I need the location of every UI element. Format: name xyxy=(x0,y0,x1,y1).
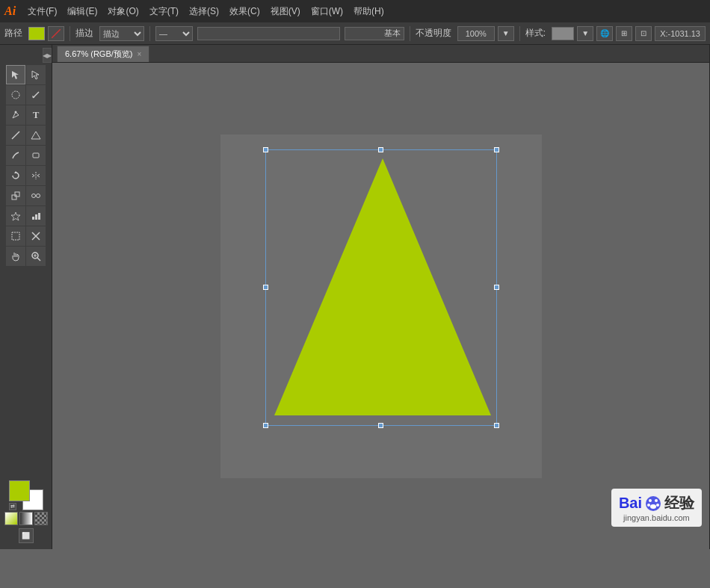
graph-tool-btn[interactable] xyxy=(26,206,46,226)
fill-none-btn[interactable] xyxy=(48,26,64,41)
baidu-watermark: Bai 经验 jingyan.baidu.com xyxy=(611,489,702,527)
handle-bot-left[interactable] xyxy=(263,423,268,428)
svg-point-4 xyxy=(15,111,17,114)
tool-row-5 xyxy=(6,146,46,165)
svg-point-1 xyxy=(12,91,19,99)
handle-bot-right[interactable] xyxy=(494,423,499,428)
fill-color-swatch[interactable] xyxy=(28,27,45,40)
foreground-color-swatch[interactable] xyxy=(9,480,30,501)
tool-row-7 xyxy=(6,186,46,205)
magic-wand-tool-btn[interactable] xyxy=(26,85,46,105)
transform-btn[interactable]: ⊡ xyxy=(635,26,652,41)
tab-bar: 6.67% (RGB/预览) × xyxy=(52,45,709,63)
panel-expand-btn[interactable]: ⬜ xyxy=(19,528,34,543)
eraser-tool-btn[interactable] xyxy=(26,146,46,165)
hand-tool-btn[interactable] xyxy=(6,247,25,266)
svg-marker-25 xyxy=(274,158,491,415)
stroke-select[interactable]: 描边 xyxy=(99,26,144,41)
title-bar: Ai 文件(F) 编辑(E) 对象(O) 文字(T) 选择(S) 效果(C) 视… xyxy=(0,0,710,22)
svg-rect-17 xyxy=(38,213,40,220)
zoom-tool-btn[interactable] xyxy=(26,247,46,266)
menu-object[interactable]: 对象(O) xyxy=(103,4,143,19)
lasso-tool-btn[interactable] xyxy=(6,85,25,105)
menu-effect[interactable]: 效果(C) xyxy=(225,4,265,19)
color-mode-icon[interactable] xyxy=(4,512,18,525)
svg-marker-14 xyxy=(11,212,20,220)
symbol-tool-btn[interactable] xyxy=(6,206,25,226)
tab-close-btn[interactable]: × xyxy=(137,50,141,58)
grid-btn[interactable]: ⊞ xyxy=(616,26,632,41)
style-dropdown[interactable]: ▼ xyxy=(577,26,593,41)
svg-rect-10 xyxy=(12,195,16,199)
color-swatches: ⇄ ⬜ xyxy=(0,477,52,546)
baidu-jingyan-text: 经验 xyxy=(664,493,694,513)
gradient-mode-icon[interactable] xyxy=(19,512,33,525)
opacity-dropdown[interactable]: ▼ xyxy=(498,26,514,41)
stroke-dash-preview xyxy=(197,27,340,40)
menu-help[interactable]: 帮助(H) xyxy=(349,4,389,19)
svg-rect-11 xyxy=(15,192,19,196)
tab-title: 6.67% (RGB/预览) xyxy=(65,49,132,60)
fg-bg-colors[interactable]: ⇄ xyxy=(9,480,43,510)
blend-tool-btn[interactable] xyxy=(26,186,46,205)
style-preview xyxy=(552,27,574,40)
menu-text[interactable]: 文字(T) xyxy=(145,4,183,19)
menu-file[interactable]: 文件(F) xyxy=(23,4,61,19)
svg-rect-18 xyxy=(12,232,19,240)
tool-row-10 xyxy=(6,247,46,266)
line-tool-btn[interactable] xyxy=(6,126,25,145)
scale-tool-btn[interactable] xyxy=(6,186,25,205)
toolbar-right: 🌐 ⊞ ⊡ X: -1031.13 xyxy=(596,26,706,41)
baidu-url: jingyan.baidu.com xyxy=(619,513,694,522)
menu-select[interactable]: 选择(S) xyxy=(185,4,223,19)
svg-point-31 xyxy=(650,504,656,509)
svg-marker-6 xyxy=(31,131,40,139)
svg-point-27 xyxy=(649,499,652,502)
tool-row-3: T xyxy=(6,105,46,125)
baidu-logo-text: Bai xyxy=(619,495,642,512)
pencil-tool-btn[interactable] xyxy=(6,146,25,165)
menu-view[interactable]: 视图(V) xyxy=(266,4,305,19)
selection-tool-btn[interactable] xyxy=(6,65,25,84)
menu-edit[interactable]: 编辑(E) xyxy=(63,4,102,19)
toolbar-divider-2 xyxy=(149,26,150,41)
shape-tool-btn[interactable] xyxy=(26,126,46,145)
canvas-container xyxy=(52,63,709,549)
style-label: 样式: xyxy=(525,27,546,40)
svg-line-22 xyxy=(37,258,40,261)
toolbar-divider-3 xyxy=(410,26,410,41)
document-tab[interactable]: 6.67% (RGB/预览) × xyxy=(57,46,149,62)
pen-tool-btn[interactable] xyxy=(6,105,25,125)
no-fill-mode-icon[interactable] xyxy=(34,512,48,525)
main-area: 6.67% (RGB/预览) × xyxy=(52,45,709,549)
svg-point-12 xyxy=(32,194,36,198)
tool-row-8 xyxy=(6,206,46,226)
tool-row-2 xyxy=(6,85,46,105)
artboard-tool-btn[interactable] xyxy=(6,226,25,246)
opacity-label: 不透明度 xyxy=(416,27,451,40)
type-tool-btn[interactable]: T xyxy=(26,105,46,125)
main-toolbar: 路径 描边 描边 — 基本 不透明度 ▼ 样式: ▼ 🌐 ⊞ ⊡ X: -103… xyxy=(0,22,710,45)
stroke-basic-display: 基本 xyxy=(345,27,404,40)
svg-line-0 xyxy=(52,29,61,38)
triangle-shape[interactable] xyxy=(267,151,498,423)
x-coord-display: X: -1031.13 xyxy=(655,26,706,41)
svg-point-29 xyxy=(647,504,650,507)
toolbar-divider-1 xyxy=(70,26,70,41)
tool-row-9 xyxy=(6,226,46,246)
globe-btn[interactable]: 🌐 xyxy=(596,26,613,41)
stroke-mode-select[interactable]: — xyxy=(155,26,193,41)
slice-tool-btn[interactable] xyxy=(26,226,46,246)
color-mode-row xyxy=(4,512,48,525)
rotate-tool-btn[interactable] xyxy=(6,166,25,185)
reflect-tool-btn[interactable] xyxy=(26,166,46,185)
tool-row-1 xyxy=(6,65,46,84)
swap-colors-icon[interactable]: ⇄ xyxy=(9,503,16,510)
svg-point-30 xyxy=(656,504,659,507)
opacity-input[interactable] xyxy=(457,26,495,41)
collapse-arrow[interactable]: ◀▶ xyxy=(43,48,52,63)
path-label: 路径 xyxy=(4,27,22,40)
direct-selection-tool-btn[interactable] xyxy=(26,65,46,84)
menu-window[interactable]: 窗口(W) xyxy=(306,4,348,19)
handle-bot-mid[interactable] xyxy=(378,423,383,428)
